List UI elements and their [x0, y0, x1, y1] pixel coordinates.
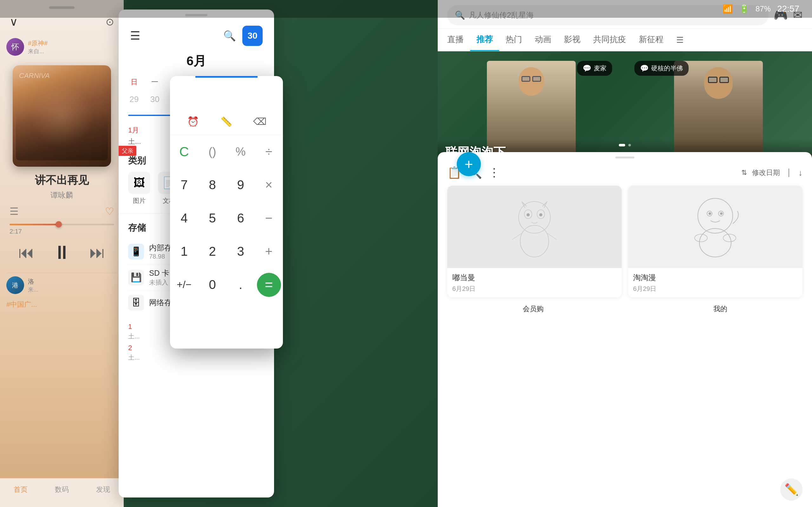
video-card-2-date: 6月29日: [633, 285, 798, 293]
tab-hot[interactable]: 热门: [499, 29, 528, 51]
files-header: 📋 🔍 ⋮ ⇅ 修改日期 │ ↓: [438, 163, 812, 186]
sort-direction-icon[interactable]: ↓: [798, 168, 803, 178]
bottom-label-mine[interactable]: 我的: [713, 304, 727, 314]
calc-btn-4[interactable]: 4: [170, 202, 198, 235]
bili-banner: 💬 麦家 💬 硬核的半佛: [438, 51, 812, 165]
category-image-label: 图片: [133, 196, 146, 205]
calc-btn-9[interactable]: 9: [226, 168, 255, 202]
nav-home[interactable]: 首页: [14, 485, 28, 494]
video-card-1[interactable]: 嘟当曼 6月29日: [447, 186, 622, 297]
clock-icon[interactable]: ⏰: [184, 112, 202, 130]
nav-discover[interactable]: 发现: [96, 485, 110, 494]
music-bottom-nav: 首页 数码 发现: [0, 478, 124, 507]
host-left-glasses: [521, 76, 541, 82]
calendar-menu-icon[interactable]: ☰: [130, 29, 140, 43]
video-card-1-date: 6月29日: [452, 285, 617, 293]
chat-dots-left: 💬: [583, 64, 591, 72]
internal-storage-icon: 📱: [128, 244, 144, 260]
calc-btn-c[interactable]: C: [170, 135, 198, 168]
tab-fight[interactable]: 共同抗疫: [587, 29, 632, 51]
bili-add-btn[interactable]: +: [457, 152, 481, 176]
files-sort-area: ⇅ 修改日期 │ ↓: [741, 168, 803, 178]
chat-dots-right: 💬: [640, 64, 649, 72]
chat-name-left: 麦家: [594, 64, 606, 72]
glass-left: [521, 76, 530, 82]
calc-btn-8[interactable]: 8: [198, 168, 226, 202]
event-2-text: 土...: [128, 353, 264, 362]
social-item-1: 怀 #原神# 来自...: [6, 35, 117, 59]
calc-btn-negate[interactable]: +/−: [170, 268, 198, 301]
song-artist: 谭咏麟: [9, 190, 114, 200]
progress-section: 2:17: [0, 224, 124, 238]
cal-day-29[interactable]: 29: [124, 91, 144, 112]
category-item-image[interactable]: 🖼 图片: [128, 172, 150, 205]
social-hashtag: #中国广...: [6, 300, 117, 309]
glass-right: [532, 76, 541, 82]
calc-btn-2[interactable]: 2: [198, 235, 226, 268]
calc-btn-5[interactable]: 5: [198, 202, 226, 235]
buy-label: 会员购: [523, 304, 544, 314]
play-pause-btn[interactable]: ⏸: [52, 241, 71, 263]
calc-equals-circle[interactable]: =: [257, 273, 281, 297]
edit-icon[interactable]: ✏️: [780, 478, 803, 501]
social-info-2: 洛 来...: [28, 277, 38, 293]
sort-label[interactable]: 修改日期: [752, 168, 780, 177]
cartoon-sketch-1: [503, 192, 566, 262]
progress-fill: [9, 224, 57, 225]
like-icon[interactable]: ♡: [105, 205, 114, 217]
calc-btn-7[interactable]: 7: [170, 168, 198, 202]
svg-point-13: [723, 234, 736, 242]
files-edit-btn[interactable]: ✏️: [780, 478, 803, 501]
prev-btn[interactable]: ⏮: [18, 243, 34, 262]
tab-more-icon[interactable]: ☰: [670, 29, 690, 51]
calc-btn-0[interactable]: 0: [198, 268, 226, 301]
calc-btn-equals-cell[interactable]: =: [255, 268, 283, 301]
social-info-1: #原神# 来自...: [28, 39, 48, 55]
album-art: CARNIVA: [13, 65, 111, 167]
calc-btn-paren[interactable]: (): [198, 135, 226, 168]
svg-point-4: [539, 213, 542, 216]
video-card-2[interactable]: 淘淘漫 6月29日: [628, 186, 803, 297]
time-display-row: 2:17: [9, 228, 114, 235]
files-drag-handle[interactable]: [615, 157, 635, 158]
tab-journey[interactable]: 新征程: [632, 29, 670, 51]
calendar-date-icon[interactable]: 30: [242, 26, 263, 46]
social-avatar-1: 怀: [6, 38, 24, 56]
calc-btn-multiply[interactable]: ×: [255, 168, 283, 202]
tab-movie[interactable]: 影视: [558, 29, 587, 51]
tab-live[interactable]: 直播: [441, 29, 470, 51]
calc-btn-3[interactable]: 3: [226, 235, 255, 268]
playlist-icon[interactable]: ☰: [9, 205, 19, 217]
music-action-row: ☰ ♡: [0, 205, 124, 224]
next-btn[interactable]: ⏭: [90, 243, 105, 262]
chat-bubble-right: 💬 硬核的半佛: [635, 61, 689, 76]
dot-active: [619, 144, 625, 147]
nav-digital[interactable]: 数码: [55, 485, 69, 494]
network-storage-icon: 🗄: [128, 295, 144, 311]
tab-recommend[interactable]: 推荐: [470, 29, 499, 51]
status-icons: 📶 🔋 87% 22:57: [722, 4, 799, 14]
calc-btn-minus[interactable]: −: [255, 202, 283, 235]
calendar-search-icon[interactable]: 🔍: [223, 30, 236, 42]
cal-day-30[interactable]: 30: [144, 91, 165, 112]
files-more-icon[interactable]: ⋮: [489, 166, 500, 179]
video-card-2-title: 淘淘漫: [633, 273, 798, 283]
social-tag-1: #原神#: [28, 39, 48, 48]
calc-btn-plus[interactable]: +: [255, 235, 283, 268]
bottom-label-buy[interactable]: 会员购: [523, 304, 544, 314]
progress-track[interactable]: [9, 224, 114, 225]
calc-btn-6[interactable]: 6: [226, 202, 255, 235]
song-title: 讲不出再见: [9, 173, 114, 187]
video-card-1-title: 嘟当曼: [452, 273, 617, 283]
progress-dot[interactable]: [55, 221, 62, 228]
current-time: 2:17: [9, 228, 22, 235]
backspace-icon[interactable]: ⌫: [251, 112, 269, 130]
calc-btn-decimal[interactable]: .: [226, 268, 255, 301]
calc-btn-1[interactable]: 1: [170, 235, 198, 268]
calc-btn-divide[interactable]: ÷: [255, 135, 283, 168]
ruler-icon[interactable]: 📏: [217, 112, 235, 130]
calc-btn-percent[interactable]: %: [226, 135, 255, 168]
glass-r-left: [708, 77, 717, 83]
bili-tabs: 直播 推荐 热门 动画 影视 共同抗疫 新征程 ☰: [438, 29, 812, 51]
tab-animation[interactable]: 动画: [528, 29, 558, 51]
